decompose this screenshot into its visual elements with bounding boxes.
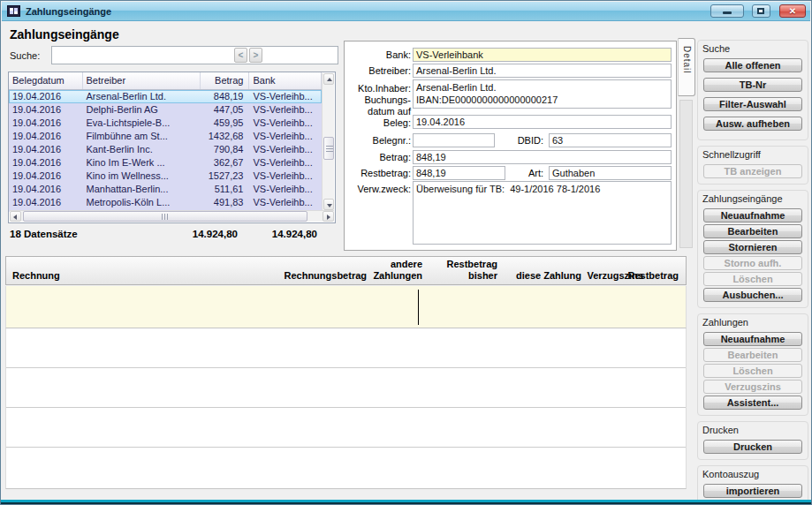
page-title: Zahlungseingänge — [10, 27, 119, 41]
horizontal-scroll-thumb[interactable] — [23, 211, 307, 222]
invoice-column-header-diese-zahlung: diese Zahlung — [516, 270, 581, 282]
scroll-left-button[interactable] — [10, 211, 21, 222]
list-row[interactable]: 19.04.2016Metropolis-Köln L...491,83VS-V… — [9, 196, 322, 209]
invoice-row[interactable] — [6, 328, 686, 368]
group-title: Schnellzugriff — [702, 149, 761, 160]
group-title: Suche — [702, 43, 730, 54]
list-row[interactable]: 19.04.2016Filmbühne am St...1432,68VS-Ve… — [9, 130, 322, 143]
art-field[interactable]: Guthaben — [549, 166, 672, 180]
restbetrag-label: Restbetrag: — [346, 168, 411, 179]
dbid-field[interactable]: 63 — [549, 133, 672, 147]
app-window: Zahlungseingänge Zahlungseingänge Suche:… — [0, 0, 812, 505]
column-header-betreiber[interactable]: Betreiber — [83, 72, 201, 89]
löschen-button: Löschen — [703, 364, 802, 378]
list-cell: 19.04.2016 — [9, 117, 83, 130]
column-header-bank[interactable]: Bank — [249, 72, 322, 89]
scroll-up-button[interactable] — [323, 73, 334, 85]
sum-total: 14.924,80 — [233, 229, 317, 239]
arrow-left-icon — [13, 215, 17, 220]
art-label: Art: — [479, 168, 543, 179]
importieren-button[interactable]: importieren — [703, 484, 802, 498]
list-cell: 19.04.2016 — [9, 90, 83, 103]
list-cell: VS-Verleihb... — [249, 130, 322, 143]
search-input[interactable] — [52, 47, 232, 64]
minimize-button[interactable] — [710, 4, 744, 18]
drucken-button[interactable]: Drucken — [703, 440, 802, 454]
kto-inhaber-line1: Arsenal-Berlin Ltd. — [416, 81, 668, 94]
list-cell: 19.04.2016 — [9, 143, 83, 156]
list-cell: 459,95 — [201, 117, 250, 130]
storno-aufh-button: Storno aufh. — [703, 256, 802, 270]
tb-nr-button[interactable]: TB-Nr — [703, 78, 802, 92]
scroll-right-button[interactable] — [323, 211, 334, 222]
bearbeiten-button: Bearbeiten — [703, 348, 802, 362]
list-row[interactable]: 19.04.2016Delphi-Berlin AG447,05VS-Verle… — [9, 103, 322, 117]
column-header-belegdatum[interactable]: Belegdatum — [9, 72, 83, 89]
stornieren-button[interactable]: Stornieren — [703, 240, 802, 254]
group-kontoauszug: Kontoauszugimportieren — [697, 465, 808, 504]
list-cell: VS-Verleihb... — [249, 103, 322, 117]
verwzweck-field[interactable]: Überweisung für TB: 49-1/2016 78-1/2016 — [413, 181, 672, 245]
ausbuchen-button[interactable]: Ausbuchen... — [703, 288, 802, 302]
betrag-field[interactable]: 848,19 — [413, 150, 672, 164]
scroll-down-button[interactable] — [323, 199, 334, 210]
list-row[interactable]: 19.04.2016Kant-Berlin Inc.790,84VS-Verle… — [9, 143, 322, 156]
invoice-row[interactable] — [6, 408, 686, 448]
bank-field[interactable]: VS-Verleihbank — [413, 48, 672, 62]
list-cell: 362,67 — [201, 156, 250, 170]
group-title: Kontoauszug — [702, 469, 759, 479]
list-row[interactable]: 19.04.2016Arsenal-Berlin Ltd.848,19VS-Ve… — [9, 90, 322, 103]
detail-panel: Bank: VS-Verleihbank Betreiber: Arsenal-… — [344, 41, 677, 251]
search-secondary-field[interactable] — [264, 47, 338, 64]
invoice-grid: RechnungRechnungsbetragandere ZahlungenR… — [5, 256, 687, 489]
close-button[interactable] — [779, 4, 806, 18]
invoice-row[interactable] — [6, 368, 686, 408]
group-title: Zahlungseingänge — [702, 193, 783, 204]
invoice-edit-row[interactable] — [5, 286, 687, 328]
belegnr-label: Belegnr.: — [346, 135, 411, 147]
titlebar: Zahlungseingänge — [2, 2, 810, 21]
buchungsdatum-field[interactable]: 19.04.2016 — [413, 115, 672, 129]
filter-auswahl-button[interactable]: Filter-Auswahl — [703, 97, 802, 111]
payments-list: BelegdatumBetreiberBetragBank 19.04.2016… — [8, 72, 336, 223]
maximize-button[interactable] — [752, 4, 770, 18]
ausw-aufheben-button[interactable]: Ausw. aufheben — [703, 117, 802, 131]
group-zahlungen: ZahlungenNeuaufnahmeBearbeitenLöschenVer… — [697, 313, 808, 416]
list-cell: VS-Verleihb... — [249, 117, 322, 130]
neuaufnahme-button[interactable]: Neuaufnahme — [703, 332, 802, 346]
neuaufnahme-button[interactable]: Neuaufnahme — [703, 208, 802, 222]
vertical-scroll-thumb[interactable] — [323, 137, 334, 160]
horizontal-scrollbar[interactable] — [10, 210, 334, 222]
list-cell: 19.04.2016 — [9, 170, 83, 183]
search-label: Suche: — [10, 50, 40, 61]
list-row[interactable]: 19.04.2016Kino im Wellness...1527,23VS-V… — [9, 170, 322, 183]
alle-offenen-button[interactable]: Alle offenen — [703, 58, 802, 72]
list-cell: 19.04.2016 — [9, 103, 83, 117]
list-row[interactable]: 19.04.2016Manhattan-Berlin...511,61VS-Ve… — [9, 183, 322, 196]
list-cell: 447,05 — [201, 103, 250, 117]
group-drucken: DruckenDrucken — [697, 421, 808, 460]
minimize-icon — [723, 11, 732, 14]
list-cell: Manhattan-Berlin... — [83, 183, 201, 196]
kto-inhaber-field[interactable]: Arsenal-Berlin Ltd. IBAN:DE0000000000000… — [413, 79, 672, 109]
window-title: Zahlungseingänge — [26, 6, 111, 17]
vertical-scrollbar[interactable] — [322, 73, 334, 210]
list-cell: Delphi-Berlin AG — [83, 103, 201, 117]
invoice-row[interactable] — [6, 448, 686, 487]
app-icon — [7, 5, 20, 17]
search-prev-button[interactable]: < — [234, 48, 247, 63]
record-count: 18 Datensätze — [10, 229, 78, 239]
betreiber-field[interactable]: Arsenal-Berlin Ltd. — [413, 64, 672, 78]
list-footer: 18 Datensätze 14.924,80 14.924,80 — [8, 229, 336, 243]
payments-list-header: BelegdatumBetreiberBetragBank — [9, 72, 322, 90]
search-next-button[interactable]: > — [249, 48, 262, 63]
invoice-column-header-restbetrag-bisher: Restbetrag bisher — [447, 259, 497, 282]
list-row[interactable]: 19.04.2016Kino Im E-Werk ...362,67VS-Ver… — [9, 156, 322, 170]
tab-detail[interactable]: Detail — [678, 38, 695, 96]
bearbeiten-button[interactable]: Bearbeiten — [703, 224, 802, 238]
column-header-betrag[interactable]: Betrag — [201, 72, 250, 89]
group-title: Drucken — [702, 425, 739, 435]
assistent-button[interactable]: Assistent... — [703, 396, 802, 410]
list-cell: 19.04.2016 — [9, 196, 83, 209]
list-row[interactable]: 19.04.2016Eva-Lichtspiele-B...459,95VS-V… — [9, 117, 322, 130]
